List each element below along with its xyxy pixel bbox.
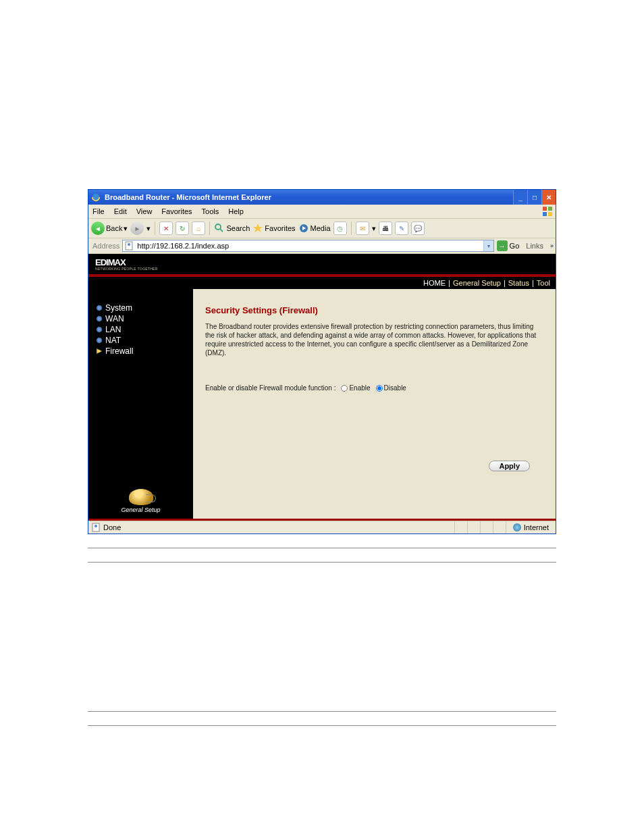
statusbar: Done Internet (88, 521, 556, 533)
ie-icon (91, 192, 101, 202)
refresh-button[interactable]: ↻ (176, 221, 189, 235)
address-field-wrap: ▾ (122, 240, 493, 252)
menu-favorites[interactable]: Favorites (161, 207, 192, 215)
brand-tagline: NETWORKING PEOPLE TOGETHER (95, 267, 158, 271)
enable-radio[interactable] (341, 385, 348, 392)
address-label: Address (92, 242, 119, 250)
svg-rect-2 (548, 207, 552, 211)
nav-tool[interactable]: Tool (537, 279, 550, 287)
status-text: Done (103, 523, 452, 531)
page-rule-lines-bottom (88, 711, 556, 726)
nav-general-setup[interactable]: General Setup (453, 279, 501, 287)
status-panes: Internet (454, 521, 556, 533)
back-button[interactable]: ◄ Back ▾ (91, 221, 128, 235)
zone-pane: Internet (506, 521, 556, 533)
navigation-toolbar: ◄ Back ▾ ► ▾ ✕ ↻ ⌂ Search Favorites Medi… (88, 219, 556, 238)
ie-window: Broadband Router - Microsoft Internet Ex… (88, 189, 556, 534)
disable-radio[interactable] (376, 385, 383, 392)
edit-button[interactable]: ✎ (395, 221, 408, 235)
sidebar-item-system[interactable]: System (88, 303, 193, 313)
sidebar-footer: General Setup (88, 489, 193, 513)
globe-icon (513, 523, 521, 531)
favorites-button[interactable]: Favorites (252, 223, 295, 234)
close-button[interactable]: ✕ (541, 190, 556, 205)
window-controls: _ □ ✕ (513, 190, 556, 205)
section-title: Security Settings (Firewall) (205, 305, 543, 315)
disable-option[interactable]: Disable (376, 384, 406, 392)
svg-line-6 (220, 229, 223, 232)
red-accent-bottom (88, 519, 556, 521)
menu-edit[interactable]: Edit (114, 207, 127, 215)
sidebar-item-firewall[interactable]: Firewall (88, 346, 193, 357)
star-icon (252, 223, 263, 234)
print-button[interactable]: 🖶 (379, 221, 392, 235)
sidebar-item-lan[interactable]: LAN (88, 324, 193, 335)
bullet-icon (97, 305, 102, 311)
maximize-button[interactable]: □ (527, 190, 541, 205)
mail-button[interactable]: ✉ (356, 221, 369, 235)
nav-status[interactable]: Status (508, 279, 529, 287)
bullet-icon (97, 327, 102, 332)
svg-point-13 (95, 525, 97, 527)
links-label[interactable]: Links (526, 242, 543, 250)
menu-view[interactable]: View (136, 207, 153, 215)
svg-rect-1 (543, 207, 547, 211)
bullet-icon (97, 338, 102, 343)
media-icon (298, 223, 309, 234)
search-icon (214, 223, 225, 234)
menu-help[interactable]: Help (228, 207, 244, 215)
home-button[interactable]: ⌂ (192, 221, 205, 235)
media-button[interactable]: Media (298, 223, 331, 234)
svg-marker-7 (253, 224, 263, 232)
svg-point-11 (128, 243, 130, 246)
topnav: HOME | General Setup | Status | Tool (88, 277, 556, 289)
firewall-toggle-label: Enable or disable Firewall module functi… (205, 384, 336, 392)
go-button[interactable]: → Go (497, 240, 520, 251)
page-rule-lines (88, 548, 556, 563)
page-icon (124, 241, 134, 251)
forward-button[interactable]: ► (130, 221, 144, 235)
menu-file[interactable]: File (92, 207, 105, 215)
sidebar-item-nat[interactable]: NAT (88, 335, 193, 346)
active-arrow-icon (97, 348, 102, 354)
apply-button[interactable]: Apply (489, 461, 530, 471)
brand-logo: EDIMAX (95, 258, 158, 267)
general-setup-label: General Setup (88, 506, 193, 513)
history-button[interactable]: ◷ (333, 221, 347, 235)
go-icon: → (497, 240, 508, 251)
main-panel: Security Settings (Firewall) The Broadba… (193, 289, 556, 519)
done-page-icon (91, 523, 101, 532)
address-input[interactable] (136, 241, 481, 251)
bullet-icon (97, 316, 102, 321)
menubar: File Edit View Favorites Tools Help (88, 205, 556, 219)
nav-home[interactable]: HOME (423, 279, 446, 287)
sidebar-item-wan[interactable]: WAN (88, 313, 193, 324)
search-button[interactable]: Search (214, 223, 250, 234)
minimize-button[interactable]: _ (513, 190, 527, 205)
brand-bar: EDIMAX NETWORKING PEOPLE TOGETHER (88, 254, 556, 274)
titlebar: Broadband Router - Microsoft Internet Ex… (88, 190, 556, 205)
section-description: The Broadband router provides extensive … (205, 322, 543, 357)
sidebar: System WAN LAN NAT Firewall General Setu… (88, 289, 193, 519)
svg-point-5 (215, 224, 221, 230)
address-dropdown[interactable]: ▾ (483, 240, 493, 251)
page-content: EDIMAX NETWORKING PEOPLE TOGETHER HOME |… (88, 254, 556, 521)
stop-button[interactable]: ✕ (159, 221, 173, 235)
discuss-button[interactable]: 💬 (411, 221, 425, 235)
svg-rect-4 (548, 212, 552, 216)
general-setup-icon (129, 489, 153, 505)
menu-tools[interactable]: Tools (202, 207, 219, 215)
back-icon: ◄ (91, 221, 105, 235)
zone-label: Internet (524, 523, 549, 531)
window-title: Broadband Router - Microsoft Internet Ex… (105, 193, 509, 201)
svg-rect-3 (543, 212, 547, 216)
firewall-toggle-row: Enable or disable Firewall module functi… (205, 384, 543, 392)
address-bar: Address ▾ → Go Links » (88, 238, 556, 254)
enable-option[interactable]: Enable (341, 384, 370, 392)
windows-flag-icon (542, 206, 553, 217)
